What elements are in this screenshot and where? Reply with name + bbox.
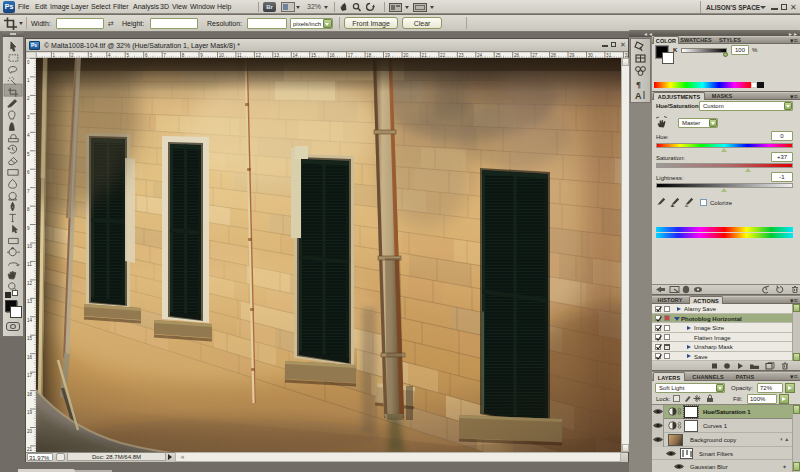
svg-text:6: 6 — [27, 170, 30, 175]
svg-text:15: 15 — [27, 336, 33, 341]
svg-text:6: 6 — [145, 53, 148, 58]
svg-text:28: 28 — [551, 53, 557, 58]
svg-text:11: 11 — [237, 53, 242, 58]
svg-text:16: 16 — [329, 53, 335, 58]
svg-text:15: 15 — [311, 53, 317, 58]
svg-text:0: 0 — [27, 60, 30, 65]
svg-text:17: 17 — [348, 53, 354, 58]
svg-text:10: 10 — [27, 244, 33, 249]
svg-text:18: 18 — [366, 53, 372, 58]
svg-text:12: 12 — [27, 281, 33, 286]
svg-text:12: 12 — [256, 53, 262, 58]
svg-text:1: 1 — [27, 78, 30, 83]
svg-text:24: 24 — [477, 53, 483, 58]
svg-text:7: 7 — [27, 189, 30, 194]
svg-text:27: 27 — [532, 53, 538, 58]
svg-text:4: 4 — [27, 133, 30, 138]
svg-text:19: 19 — [27, 410, 33, 415]
svg-text:2: 2 — [27, 96, 30, 101]
svg-text:22: 22 — [440, 53, 446, 58]
svg-text:19: 19 — [385, 53, 391, 58]
svg-text:5: 5 — [27, 152, 30, 157]
svg-text:9: 9 — [27, 226, 30, 231]
svg-text:30: 30 — [588, 53, 594, 58]
svg-text:13: 13 — [274, 53, 280, 58]
svg-text:32: 32 — [625, 53, 628, 58]
svg-text:3: 3 — [90, 53, 93, 58]
svg-text:10: 10 — [219, 53, 225, 58]
svg-text:23: 23 — [459, 53, 465, 58]
svg-text:29: 29 — [569, 53, 575, 58]
svg-text:8: 8 — [182, 53, 185, 58]
svg-text:21: 21 — [422, 53, 428, 58]
svg-text:14: 14 — [27, 318, 33, 323]
svg-text:1: 1 — [53, 53, 56, 58]
svg-text:18: 18 — [27, 392, 33, 397]
svg-text:13: 13 — [27, 299, 33, 304]
svg-text:20: 20 — [403, 53, 409, 58]
svg-text:16: 16 — [27, 355, 33, 360]
svg-text:5: 5 — [127, 53, 130, 58]
svg-text:A: A — [635, 91, 642, 101]
svg-text:7: 7 — [163, 53, 166, 58]
svg-text:2: 2 — [71, 53, 74, 58]
svg-text:25: 25 — [495, 53, 501, 58]
svg-text:31: 31 — [606, 53, 612, 58]
svg-text:14: 14 — [293, 53, 299, 58]
svg-text:11: 11 — [27, 262, 32, 267]
svg-text:9: 9 — [200, 53, 203, 58]
svg-text:3: 3 — [27, 115, 30, 120]
svg-text:8: 8 — [27, 207, 30, 212]
svg-text:20: 20 — [27, 429, 33, 434]
svg-text:4: 4 — [108, 53, 111, 58]
svg-text:26: 26 — [514, 53, 520, 58]
svg-text:17: 17 — [27, 373, 33, 378]
svg-text:¶: ¶ — [636, 80, 641, 90]
